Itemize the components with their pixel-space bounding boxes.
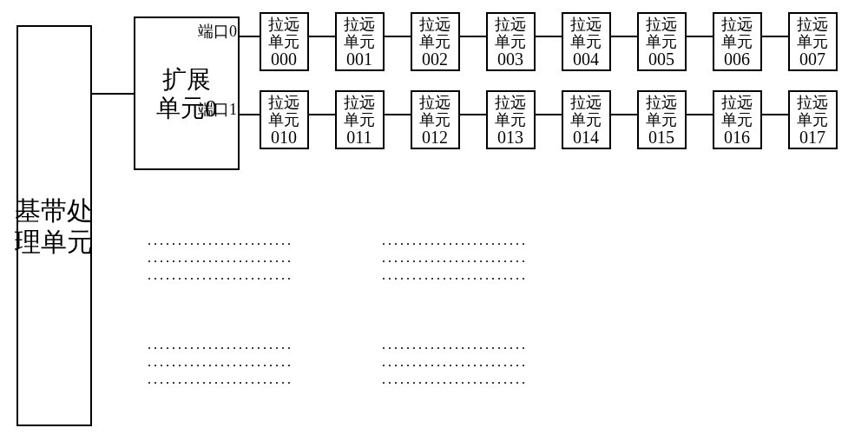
svg-text:015: 015 [648,128,674,147]
port0-label: 端口0 [198,23,237,40]
remote-unit-001: 拉远 单元 001 [336,13,384,70]
svg-text:011: 011 [346,128,372,147]
svg-text:拉远: 拉远 [721,16,753,33]
svg-text:拉远: 拉远 [495,16,526,33]
svg-text:拉远: 拉远 [646,94,677,111]
ellipsis-upper-right-1: ........................ [382,233,528,247]
svg-text:单元: 单元 [419,33,450,50]
svg-text:002: 002 [422,49,448,69]
svg-text:016: 016 [724,128,750,147]
remote-unit-013: 拉远 单元 013 [487,91,535,148]
svg-text:拉远: 拉远 [570,16,602,33]
svg-text:003: 003 [497,49,523,69]
svg-text:拉远: 拉远 [268,94,299,111]
svg-text:007: 007 [799,49,825,69]
svg-text:012: 012 [422,128,448,147]
svg-text:拉远: 拉远 [646,16,677,33]
svg-text:拉远: 拉远 [344,16,375,33]
ellipsis-lower-left-2: ........................ [148,354,293,369]
svg-text:单元: 单元 [797,111,828,128]
remote-unit-010: 拉远 单元 010 [260,91,308,148]
remote-unit-006: 拉远 单元 006 [713,13,761,70]
svg-text:单元: 单元 [344,111,375,128]
ellipsis-upper-left-2: ........................ [148,250,293,265]
svg-text:拉远: 拉远 [797,94,828,111]
remote-unit-012: 拉远 单元 012 [411,91,459,148]
baseband-label-line2: 理单元 [15,227,93,256]
port1-label: 端口1 [198,101,237,118]
svg-text:拉远: 拉远 [419,94,450,111]
remote-unit-011: 拉远 单元 011 [336,91,384,148]
svg-text:单元: 单元 [570,111,602,128]
svg-text:单元: 单元 [721,111,753,128]
remote-unit-005: 拉远 单元 005 [638,13,686,70]
remote-unit-016: 拉远 单元 016 [713,91,761,148]
ellipsis-upper-left-1: ........................ [148,233,293,247]
svg-text:单元: 单元 [268,33,299,50]
svg-text:000: 000 [271,49,297,69]
svg-text:单元: 单元 [646,111,677,128]
ellipsis-lower-left-1: ........................ [148,337,293,352]
ellipsis-lower-right-3: ........................ [382,372,528,386]
svg-text:拉远: 拉远 [268,16,299,33]
svg-text:拉远: 拉远 [721,94,753,111]
svg-text:017: 017 [799,128,825,147]
svg-text:001: 001 [346,49,372,69]
svg-text:拉远: 拉远 [344,94,375,111]
svg-text:005: 005 [648,49,674,69]
remote-unit-015: 拉远 单元 015 [638,91,686,148]
ellipsis-upper-right-2: ........................ [382,250,528,265]
remote-unit-000: 拉远 单元 000 [260,13,308,70]
extension-unit-box [135,17,239,169]
baseband-label-line1: 基带处 [15,196,93,225]
ellipsis-upper-left-3: ........................ [148,267,293,282]
svg-text:013: 013 [497,128,523,147]
ellipsis-lower-left-3: ........................ [148,372,293,386]
svg-text:拉远: 拉远 [495,94,526,111]
svg-text:004: 004 [573,49,599,69]
svg-text:单元: 单元 [495,33,526,50]
svg-text:拉远: 拉远 [797,16,828,33]
extension-label-line1: 扩展 [162,66,211,93]
remote-unit-003: 拉远 单元 003 [487,13,535,70]
ellipsis-upper-right-3: ........................ [382,267,528,282]
svg-text:单元: 单元 [570,33,602,50]
ellipsis-lower-right-1: ........................ [382,337,528,352]
svg-text:单元: 单元 [646,33,677,50]
remote-unit-007: 拉远 单元 007 [789,13,837,70]
baseband-unit-box [17,26,91,425]
svg-text:014: 014 [573,128,599,147]
svg-text:006: 006 [724,49,750,69]
svg-text:单元: 单元 [268,111,299,128]
svg-text:单元: 单元 [419,111,450,128]
svg-text:拉远: 拉远 [570,94,602,111]
svg-text:单元: 单元 [797,33,828,50]
remote-unit-014: 拉远 单元 014 [562,91,610,148]
ellipsis-lower-right-2: ........................ [382,354,528,369]
svg-text:单元: 单元 [344,33,375,50]
svg-text:单元: 单元 [721,33,753,50]
svg-text:单元: 单元 [495,111,526,128]
remote-unit-004: 拉远 单元 004 [562,13,610,70]
svg-text:拉远: 拉远 [419,16,450,33]
remote-unit-017: 拉远 单元 017 [789,91,837,148]
remote-unit-002: 拉远 单元 002 [411,13,459,70]
svg-text:010: 010 [271,128,297,147]
